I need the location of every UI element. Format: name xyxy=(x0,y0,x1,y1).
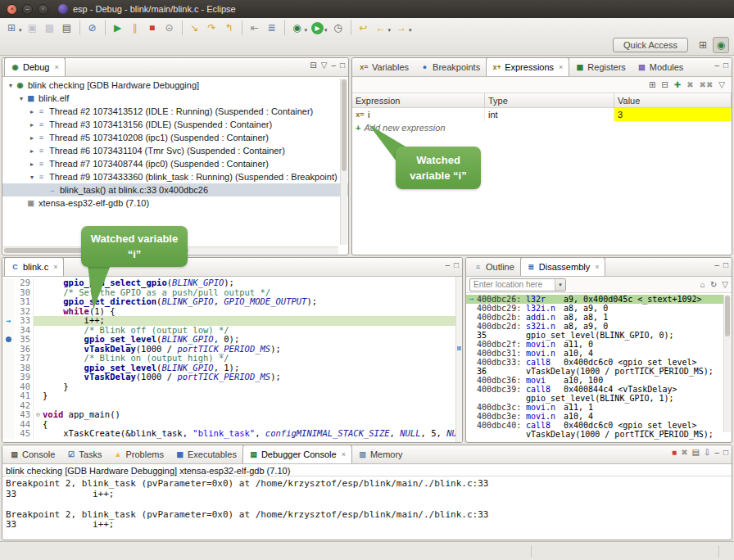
expand-arrow-icon[interactable]: ▸ xyxy=(27,108,37,115)
tab-variables[interactable]: x=Variables xyxy=(354,58,415,76)
view-menu-icon[interactable]: ▽ xyxy=(718,81,725,89)
run-icon-dropdown[interactable]: ▾ xyxy=(324,27,328,34)
debug-tree-row[interactable]: ▾◉blink checking [GDB Hardware Debugging… xyxy=(2,79,348,92)
close-tab-icon[interactable]: × xyxy=(54,63,58,71)
collapse-all-icon[interactable]: ⊟ xyxy=(310,61,316,70)
step-over-icon[interactable]: ↷ xyxy=(204,20,220,36)
code-editor[interactable]: 29 gpio_pad_select_gpio(BLINK_GPIO);30 /… xyxy=(2,277,462,442)
last-edit-location-icon[interactable]: ↩ xyxy=(356,20,372,36)
refresh-icon[interactable]: ↻ xyxy=(710,281,717,289)
debug-tree-row[interactable]: ▸≡Thread #6 1073431104 (Tmr Svc) (Suspen… xyxy=(2,144,348,157)
expression-row[interactable]: x=iint3 xyxy=(352,108,732,121)
tab-tasks[interactable]: ☑Tasks xyxy=(61,445,107,463)
disconnect-icon[interactable]: ⊝ xyxy=(161,20,178,36)
maximize-icon[interactable]: □ xyxy=(340,61,345,70)
forward-icon-dropdown[interactable]: ▾ xyxy=(409,27,412,34)
debug-icon[interactable]: ◉ xyxy=(289,20,306,36)
maximize-icon[interactable]: □ xyxy=(454,261,459,269)
close-tab-icon[interactable]: × xyxy=(342,450,346,458)
debug-tree-row[interactable]: ▸≡Thread #3 1073413156 (IDLE) (Suspended… xyxy=(2,118,348,131)
tab-breakpoints[interactable]: ●Breakpoints xyxy=(415,58,486,76)
open-perspective-icon[interactable]: ⊞ xyxy=(695,37,711,53)
disassembly-listing[interactable]: →400dbc26:l32ra9, 0x400d045c <_stext+109… xyxy=(466,293,723,442)
debug-tree-row[interactable]: ▸≡Thread #5 1073410208 (ipc1) (Suspended… xyxy=(2,131,348,144)
remove-console-icon[interactable]: ✖ xyxy=(681,449,687,457)
console-output[interactable]: Breakpoint 2, blink_task (pvParameter=0x… xyxy=(2,476,732,533)
tab-console[interactable]: ▤Console xyxy=(4,445,61,463)
editor-gutter[interactable] xyxy=(2,297,14,307)
editor-gutter[interactable] xyxy=(2,391,14,401)
drop-to-frame-icon[interactable]: ⇤ xyxy=(247,20,263,36)
tab-debug[interactable]: ◉ Debug × xyxy=(4,57,66,76)
step-into-icon[interactable]: ↘ xyxy=(187,20,203,36)
tab-executables[interactable]: ▦Executables xyxy=(170,445,242,463)
step-return-icon[interactable]: ↰ xyxy=(221,20,238,36)
instruction-stepping-icon[interactable]: ≣ xyxy=(264,20,280,36)
save-icon[interactable]: ▣ xyxy=(25,20,41,36)
tab-registers[interactable]: ▦Registers xyxy=(569,58,631,76)
quick-access-button[interactable]: Quick Access xyxy=(613,38,688,52)
expand-arrow-icon[interactable]: ▸ xyxy=(27,134,37,142)
tab-debugger-console[interactable]: ▤Debugger Console× xyxy=(242,445,352,463)
editor-gutter[interactable] xyxy=(2,345,14,355)
fold-collapse-icon[interactable]: ⊖ xyxy=(34,410,43,420)
editor-gutter[interactable] xyxy=(2,410,14,420)
debug-icon-dropdown[interactable]: ▾ xyxy=(305,27,308,34)
terminate-icon[interactable]: ■ xyxy=(144,20,161,36)
editor-gutter[interactable] xyxy=(2,364,14,373)
editor-gutter[interactable] xyxy=(2,326,14,336)
debug-tree-row[interactable]: →blink_task() at blink.c:33 0x400dbc26 xyxy=(2,183,348,196)
debug-perspective-icon[interactable]: ◉ xyxy=(713,37,729,53)
scroll-lock-icon[interactable]: ⇩ xyxy=(704,449,710,457)
close-tab-icon[interactable]: × xyxy=(559,63,563,71)
minimize-icon[interactable]: – xyxy=(331,61,336,70)
editor-gutter[interactable] xyxy=(2,382,14,392)
save-all-icon[interactable]: ▩ xyxy=(42,20,58,36)
editor-gutter[interactable] xyxy=(2,429,14,439)
remove-all-expressions-icon[interactable]: ✖✖ xyxy=(700,81,714,89)
location-combo[interactable]: Enter location here ▾ xyxy=(469,278,566,291)
expressions-table[interactable]: x=iint3+Add new expression xyxy=(352,108,732,134)
minimize-icon[interactable]: – xyxy=(714,61,719,70)
tab-expressions[interactable]: x+Expressions× xyxy=(486,57,569,76)
collapse-all-icon[interactable]: ⊟ xyxy=(661,81,668,89)
minimize-icon[interactable]: – xyxy=(714,449,719,457)
tab-disassembly[interactable]: ≣Disassembly× xyxy=(520,257,606,276)
tab-problems[interactable]: ▲Problems xyxy=(107,445,169,463)
new-wizard-icon[interactable]: ⊞ xyxy=(3,20,20,36)
remove-expression-icon[interactable]: ✖ xyxy=(686,81,693,89)
column-header-expression[interactable]: Expression xyxy=(352,93,485,107)
debug-tree-row[interactable]: ▣xtensa-esp32-elf-gdb (7.10) xyxy=(2,196,348,210)
expand-arrow-icon[interactable]: ▸ xyxy=(27,147,37,155)
minimize-icon[interactable]: – xyxy=(714,261,719,269)
minimize-icon[interactable]: – xyxy=(445,261,450,269)
home-icon[interactable]: ⌂ xyxy=(700,281,705,289)
editor-gutter[interactable] xyxy=(2,354,14,364)
print-icon[interactable]: ▤ xyxy=(59,20,75,36)
debug-tree-row[interactable]: ▾≡Thread #9 1073433360 (blink_task : Run… xyxy=(2,170,348,183)
debug-tree-row[interactable]: ▸≡Thread #7 1073408744 (ipc0) (Suspended… xyxy=(2,157,348,170)
column-header-type[interactable]: Type xyxy=(485,93,614,107)
combo-dropdown-icon[interactable]: ▾ xyxy=(555,279,565,291)
editor-gutter[interactable] xyxy=(2,288,14,298)
editor-gutter[interactable] xyxy=(2,278,14,288)
maximize-icon[interactable]: □ xyxy=(723,449,728,457)
debug-tree-row[interactable]: ▾▦blink.elf xyxy=(2,92,348,105)
breakpoint-icon[interactable] xyxy=(6,336,11,342)
close-tab-icon[interactable]: × xyxy=(53,263,57,271)
profile-icon[interactable]: ◷ xyxy=(330,20,347,36)
editor-gutter[interactable] xyxy=(2,373,14,382)
expand-arrow-icon[interactable]: ▾ xyxy=(6,82,16,89)
tab-outline[interactable]: ≡Outline xyxy=(468,258,520,276)
window-close-button[interactable]: × xyxy=(7,4,17,15)
back-icon-dropdown[interactable]: ▾ xyxy=(388,27,392,34)
column-header-value[interactable]: Value xyxy=(614,93,732,107)
show-type-names-icon[interactable]: ⊞ xyxy=(649,81,655,89)
expand-arrow-icon[interactable]: ▸ xyxy=(27,160,37,168)
add-expression-icon[interactable]: ✚ xyxy=(674,81,681,89)
maximize-icon[interactable]: □ xyxy=(723,261,728,269)
editor-gutter[interactable] xyxy=(2,401,14,411)
window-minimize-button[interactable]: – xyxy=(22,4,33,15)
expand-arrow-icon[interactable]: ▸ xyxy=(27,121,37,129)
tab-modules[interactable]: ▤Modules xyxy=(632,58,690,76)
